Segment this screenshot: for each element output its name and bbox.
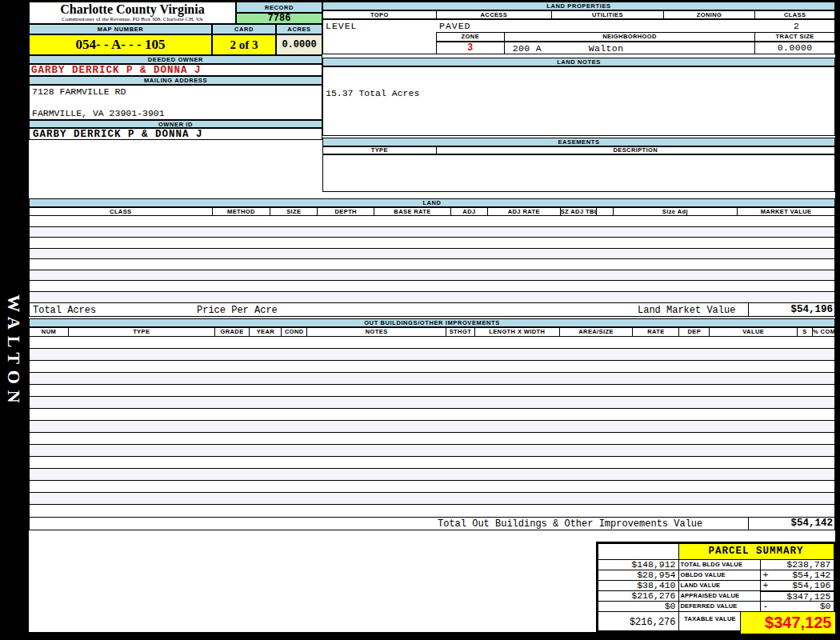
tract-size-value: 0.0000	[755, 42, 834, 54]
card-content: Charlotte County Virginia Commissioner o…	[29, 2, 835, 632]
out-buildings-empty-row	[30, 397, 834, 409]
parcel-taxable-prev-value: $216,276	[598, 611, 679, 634]
out-buildings-total-row: Total Out Buildings & Other Improvements…	[29, 517, 835, 530]
land-market-value-label: Land Market Value	[638, 305, 735, 316]
land-empty-row	[30, 292, 834, 303]
parcel-summary-empty-cell	[598, 543, 679, 560]
land-column-header: SZ ADJ TBL	[561, 208, 597, 215]
land-total-row: Total Acres Price Per Acre Land Market V…	[29, 302, 835, 317]
out-buildings-column-header: DEP	[679, 328, 710, 336]
parcel-row-value-cell: $238,787	[760, 559, 834, 570]
neighborhood-column-label: NEIGHBORHOOD	[505, 33, 756, 41]
land-properties-values-row: LEVEL PAVED 2	[322, 19, 835, 32]
property-record-card: WALTON Charlotte County Virginia Commiss…	[0, 0, 840, 640]
county-title-box: Charlotte County Virginia Commissioner o…	[29, 2, 236, 24]
out-buildings-column-header: VALUE	[710, 328, 798, 336]
parcel-row-label: APPRAISED VALUE	[678, 590, 761, 602]
easements-column-headers: TYPE DESCRIPTION	[322, 146, 835, 154]
parcel-summary-rows: $148,912TOTAL BLDG VALUE$238,787$28,954O…	[598, 559, 834, 611]
card-label: CARD	[212, 24, 276, 34]
parcel-row-value-cell: +$54,196	[760, 580, 834, 591]
utilities-column-label: UTILITIES	[552, 11, 664, 18]
topo-empty-cell	[322, 32, 437, 54]
parcel-row-label: TOTAL BLDG VALUE	[678, 559, 761, 570]
easement-type-column-label: TYPE	[323, 147, 437, 154]
record-label: RECORD	[236, 2, 322, 13]
tract-size-column-label: TRACT SIZE	[755, 33, 834, 41]
parcel-taxable-value: $347,125	[740, 611, 836, 634]
out-buildings-total-label: Total Out Buildings & Other Improvements…	[438, 518, 702, 530]
acres-value: 0.0000	[276, 34, 322, 55]
out-buildings-column-header: LENGTH X WIDTH	[475, 328, 560, 336]
record-value: 7786	[236, 13, 322, 24]
parcel-prev-value: $0	[598, 601, 679, 612]
land-column-header: DEPTH	[318, 208, 374, 215]
owner-id-label: OWNER ID	[29, 120, 322, 128]
county-title: Charlotte County Virginia	[30, 2, 235, 16]
out-buildings-column-header: GRADE	[215, 328, 250, 336]
out-buildings-empty-row	[30, 505, 834, 517]
parcel-prev-value: $38,410	[598, 580, 679, 591]
parcel-summary-row: $28,954OBLDG VALUE+$54,142	[598, 570, 834, 580]
out-buildings-section-label: OUT BUILDINGS/OTHER IMPROVEMENTS	[29, 318, 835, 327]
land-notes-box: 15.37 Total Acres	[322, 66, 835, 136]
parcel-summary-row: $148,912TOTAL BLDG VALUE$238,787	[598, 559, 834, 570]
parcel-sign: +	[763, 581, 769, 590]
zoning-column-label: ZONING	[664, 11, 756, 18]
land-note-text: 15.37 Total Acres	[326, 88, 419, 98]
access-column-label: ACCESS	[437, 11, 553, 18]
land-empty-row	[30, 270, 834, 282]
out-buildings-empty-row	[30, 481, 834, 493]
out-buildings-column-header: % COMP	[813, 328, 834, 336]
parcel-summary-row: $216,276APPRAISED VALUE$347,125	[598, 590, 834, 601]
easement-description-column-label: DESCRIPTION	[437, 147, 834, 154]
land-column-header: ADJ	[451, 208, 488, 215]
deeded-owner-value: GARBY DERRICK P & DONNA J	[29, 64, 322, 76]
land-column-header: BASE RATE	[374, 208, 451, 215]
class-column-label: CLASS	[755, 11, 834, 18]
out-buildings-empty-row	[30, 457, 834, 469]
parcel-value: $238,787	[786, 559, 830, 570]
land-column-header: ADJ RATE	[488, 208, 561, 215]
parcel-prev-value: $148,912	[598, 559, 679, 570]
map-number-value: 054- - A- - - 105	[29, 34, 212, 55]
out-buildings-empty-row	[30, 385, 834, 397]
parcel-sign: -	[763, 602, 769, 611]
land-notes-label: LAND NOTES	[322, 58, 835, 66]
land-properties-label: LAND PROPERTIES	[322, 2, 835, 10]
out-buildings-column-header: NUM	[30, 328, 69, 336]
parcel-sign: +	[763, 570, 769, 580]
zone-value: 3	[437, 42, 505, 54]
mailing-address-label: MAILING ADDRESS	[29, 76, 322, 85]
out-buildings-column-headers: NUMTYPEGRADEYEARCONDNOTESSTHGTLENGTH X W…	[29, 327, 835, 337]
land-empty-row	[30, 281, 834, 292]
out-buildings-empty-row	[30, 493, 834, 505]
out-buildings-column-header: COND	[282, 328, 307, 336]
neighborhood-name: Walton	[589, 43, 624, 54]
out-buildings-column-header: TYPE	[69, 328, 215, 336]
map-number-label: MAP NUMBER	[29, 24, 212, 34]
neighborhood-code: 200 A	[513, 43, 542, 54]
out-buildings-column-header: S	[798, 328, 813, 336]
easements-label: EASEMENTS	[322, 138, 835, 146]
parcel-summary-row: $0DEFERRED VALUE-$0	[598, 601, 834, 611]
parcel-row-label: LAND VALUE	[678, 580, 761, 591]
out-buildings-empty-row	[30, 421, 834, 433]
land-properties-column-headers: TOPO ACCESS UTILITIES ZONING CLASS	[322, 10, 835, 19]
county-subtitle: Commissioner of the Revenue, PO Box 308,…	[30, 16, 235, 22]
deeded-owner-label: DEEDED OWNER	[29, 55, 322, 64]
land-empty-row	[30, 238, 834, 249]
out-buildings-column-header: AREA/SIZE	[560, 328, 634, 336]
price-per-acre-label: Price Per Acre	[197, 305, 278, 316]
land-column-header: METHOD	[213, 208, 271, 215]
land-market-value: $54,196	[748, 303, 836, 316]
land-column-header: MARKET VALUE	[738, 208, 834, 215]
land-empty-row	[30, 227, 834, 238]
out-buildings-empty-row	[30, 361, 834, 373]
out-buildings-column-header: NOTES	[307, 328, 446, 336]
easements-box	[322, 154, 835, 192]
out-buildings-empty-row	[30, 433, 834, 445]
parcel-row-value-cell: $347,125	[760, 590, 834, 602]
zone-values-row: 3 200 A Walton 0.0000	[436, 42, 835, 54]
parcel-summary-title: PARCEL SUMMARY	[678, 543, 834, 560]
